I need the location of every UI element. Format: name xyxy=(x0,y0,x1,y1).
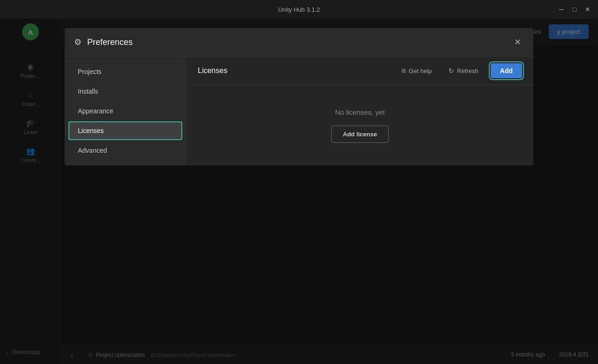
empty-state: No licenses, yet Add license xyxy=(187,85,533,165)
modal-main-content: Licenses ⧉ Get help ↻ Refresh Add No lic… xyxy=(187,57,533,165)
modal-body: Projects Installs Appearance Licenses Ad… xyxy=(65,57,533,165)
add-license-button[interactable]: Add license xyxy=(331,126,389,143)
external-link-icon: ⧉ xyxy=(402,67,406,74)
sidebar-item-appearance[interactable]: Appearance xyxy=(68,102,182,120)
maximize-button[interactable]: □ xyxy=(570,5,579,14)
content-header: Licenses ⧉ Get help ↻ Refresh Add xyxy=(187,57,533,85)
preferences-modal: ⚙ Preferences ✕ Projects Installs Appear… xyxy=(65,28,533,165)
sidebar-item-advanced[interactable]: Advanced xyxy=(68,141,182,160)
close-window-button[interactable]: ✕ xyxy=(583,5,592,14)
empty-state-text: No licenses, yet xyxy=(335,108,385,116)
content-title: Licenses xyxy=(198,67,389,75)
app-title: Unity Hub 3.1.2 xyxy=(278,6,320,13)
sidebar-item-installs[interactable]: Installs xyxy=(68,82,182,101)
refresh-icon: ↻ xyxy=(448,67,454,74)
title-bar: Unity Hub 3.1.2 ─ □ ✕ xyxy=(0,0,598,19)
modal-title: Preferences xyxy=(87,37,133,47)
sidebar-item-projects[interactable]: Projects xyxy=(68,62,182,81)
gear-icon: ⚙ xyxy=(74,37,82,47)
modal-header: ⚙ Preferences ✕ xyxy=(65,28,533,57)
minimize-button[interactable]: ─ xyxy=(557,5,566,14)
window-controls: ─ □ ✕ xyxy=(557,5,592,14)
get-help-button[interactable]: ⧉ Get help xyxy=(397,65,436,77)
add-button[interactable]: Add xyxy=(491,63,522,78)
sidebar-item-licenses[interactable]: Licenses xyxy=(68,121,182,140)
modal-close-button[interactable]: ✕ xyxy=(511,36,524,49)
modal-overlay: ⚙ Preferences ✕ Projects Installs Appear… xyxy=(0,19,598,364)
refresh-button[interactable]: ↻ Refresh xyxy=(444,64,483,77)
modal-sidebar: Projects Installs Appearance Licenses Ad… xyxy=(65,57,187,165)
